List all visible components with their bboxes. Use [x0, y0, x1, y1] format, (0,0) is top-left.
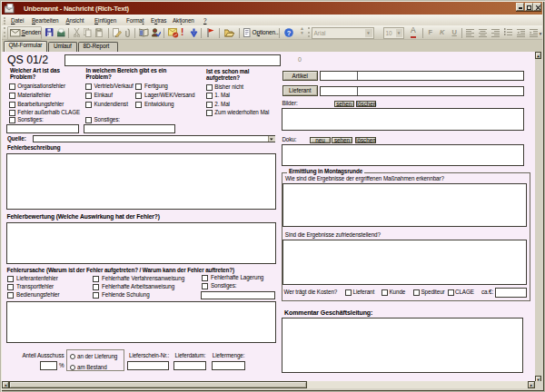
svg-text:?: ? [286, 29, 291, 37]
